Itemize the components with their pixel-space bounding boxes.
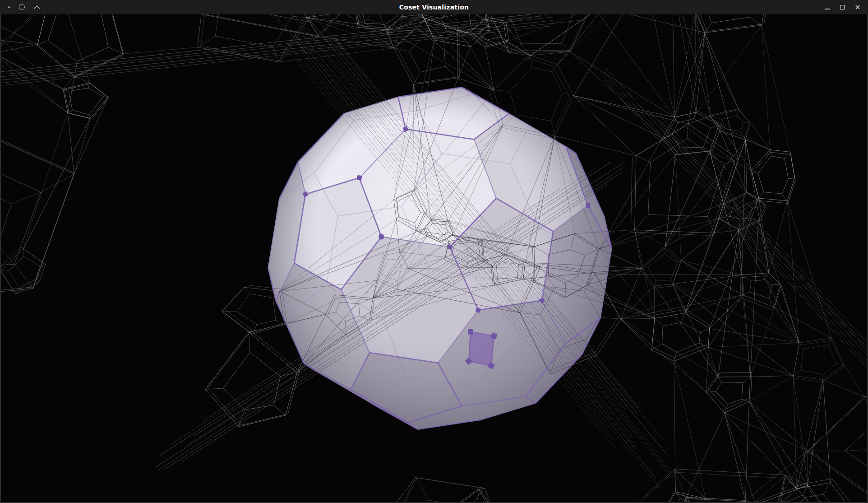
window-controls: × — [821, 1, 863, 13]
minimize-icon — [825, 9, 830, 9]
window-title: Coset Visualization — [0, 4, 868, 11]
maximize-icon — [840, 5, 845, 9]
close-button[interactable]: × — [852, 1, 863, 13]
titlebar[interactable]: Coset Visualization × — [0, 0, 868, 14]
minimize-button[interactable] — [821, 1, 833, 13]
titlebar-left-icons — [5, 4, 40, 10]
app-window: Coset Visualization × — [0, 0, 868, 503]
maximize-button[interactable] — [836, 1, 848, 13]
caret-up-icon[interactable] — [34, 5, 40, 9]
app-menu-dot-icon[interactable] — [8, 6, 10, 8]
coset-visualization-canvas[interactable] — [1, 14, 867, 502]
viewport — [0, 14, 868, 503]
record-circle-icon[interactable] — [19, 4, 25, 10]
